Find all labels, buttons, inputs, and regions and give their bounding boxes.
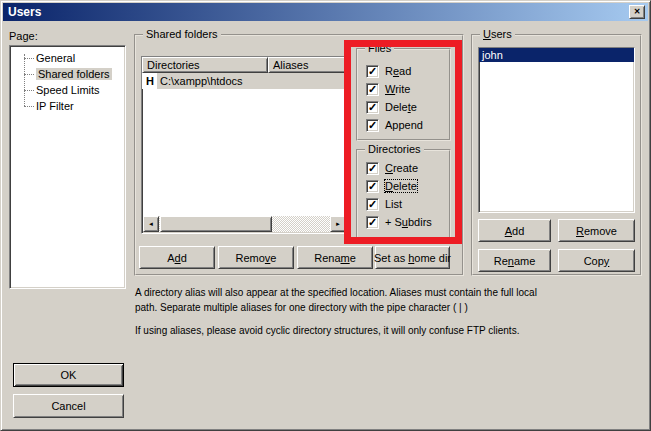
directories-permissions-group: Directories ✓ Create ✓ Delete ✓ List ✓ +… (356, 149, 451, 239)
files-group-label: Files (365, 42, 394, 54)
add-directory-button[interactable]: Add (139, 246, 215, 269)
checkbox-read[interactable]: ✓ Read (366, 64, 411, 78)
checkbox-create[interactable]: ✓ Create (366, 161, 418, 175)
info-line-1: A directory alias will also appear at th… (135, 285, 645, 300)
checkbox[interactable]: ✓ (366, 216, 379, 229)
add-user-button[interactable]: Add (478, 219, 551, 242)
info-line-2: path. Separate multiple aliases for one … (135, 300, 645, 315)
checkbox[interactable]: ✓ (366, 162, 379, 175)
checkmark-icon: ✓ (368, 163, 377, 174)
checkbox-append[interactable]: ✓ Append (366, 118, 423, 132)
shared-folders-group-label: Shared folders (143, 28, 221, 40)
checkmark-icon: ✓ (368, 120, 377, 131)
horizontal-scrollbar[interactable]: ◄ ► (143, 216, 346, 232)
set-as-home-dir-button[interactable]: Set as home dir (375, 246, 450, 269)
checkmark-icon: ✓ (368, 84, 377, 95)
page-tree: General Shared folders Speed Limits IP F… (10, 46, 125, 114)
rename-user-button[interactable]: Rename (478, 249, 551, 272)
checkmark-icon: ✓ (368, 199, 377, 210)
rename-directory-button[interactable]: Rename (297, 246, 373, 269)
checkbox[interactable]: ✓ (366, 180, 379, 193)
page-listbox: General Shared folders Speed Limits IP F… (9, 45, 126, 289)
checkbox-list[interactable]: ✓ List (366, 197, 402, 211)
checkbox-delete-file[interactable]: ✓ Delete (366, 100, 417, 114)
remove-user-button[interactable]: Remove (558, 219, 635, 242)
scroll-left-icon: ◄ (148, 221, 154, 227)
scroll-right-button[interactable]: ► (330, 216, 346, 232)
remove-directory-button[interactable]: Remove (218, 246, 294, 269)
cancel-button[interactable]: Cancel (13, 394, 124, 418)
sidebar-item-ip-filter[interactable]: IP Filter (10, 98, 125, 114)
directory-path: C:\xampp\htdocs (157, 73, 347, 89)
checkbox[interactable]: ✓ (366, 119, 379, 132)
info-line-3: If using aliases, please avoid cyclic di… (135, 323, 645, 338)
column-header-aliases[interactable]: Aliases (268, 57, 347, 73)
checkmark-icon: ✓ (368, 66, 377, 77)
files-permissions-group: Files ✓ Read ✓ Write ✓ Delete ✓ Append (356, 48, 451, 141)
close-icon: ✕ (634, 8, 641, 16)
table-row[interactable]: H C:\xampp\htdocs (142, 73, 347, 89)
checkmark-icon: ✓ (368, 102, 377, 113)
sidebar-item-general[interactable]: General (10, 50, 125, 66)
directories-group-label: Directories (365, 143, 424, 155)
directories-listview: Directories Aliases H C:\xampp\htdocs ◄ … (141, 56, 348, 234)
checkmark-icon: ✓ (368, 217, 377, 228)
alias-info-text: A directory alias will also appear at th… (135, 285, 645, 338)
checkbox-write[interactable]: ✓ Write (366, 82, 410, 96)
window-title: Users (3, 5, 41, 19)
users-group-label: Users (480, 28, 515, 40)
users-listbox: john (478, 47, 635, 213)
sidebar-item-speed-limits[interactable]: Speed Limits (10, 82, 125, 98)
checkbox-delete-dir[interactable]: ✓ Delete (366, 179, 417, 193)
close-button[interactable]: ✕ (629, 5, 645, 19)
checkbox[interactable]: ✓ (366, 83, 379, 96)
title-bar[interactable]: Users ✕ (3, 3, 648, 21)
scroll-right-icon: ► (335, 221, 341, 227)
checkmark-icon: ✓ (368, 181, 377, 192)
list-item-user[interactable]: john (479, 48, 634, 62)
checkbox[interactable]: ✓ (366, 65, 379, 78)
home-flag: H (142, 73, 157, 89)
listview-header: Directories Aliases (142, 57, 347, 73)
checkbox[interactable]: ✓ (366, 101, 379, 114)
column-header-directories[interactable]: Directories (142, 57, 268, 73)
users-dialog: Users ✕ Page: General Shared folders Spe… (0, 0, 651, 431)
scroll-left-button[interactable]: ◄ (143, 216, 159, 232)
checkbox-subdirs[interactable]: ✓ + Subdirs (366, 215, 432, 229)
ok-button[interactable]: OK (13, 363, 124, 387)
page-label: Page: (9, 30, 38, 42)
copy-user-button[interactable]: Copy (558, 249, 635, 272)
sidebar-item-shared-folders[interactable]: Shared folders (10, 66, 125, 82)
checkbox[interactable]: ✓ (366, 198, 379, 211)
scrollbar-thumb[interactable] (160, 216, 272, 232)
